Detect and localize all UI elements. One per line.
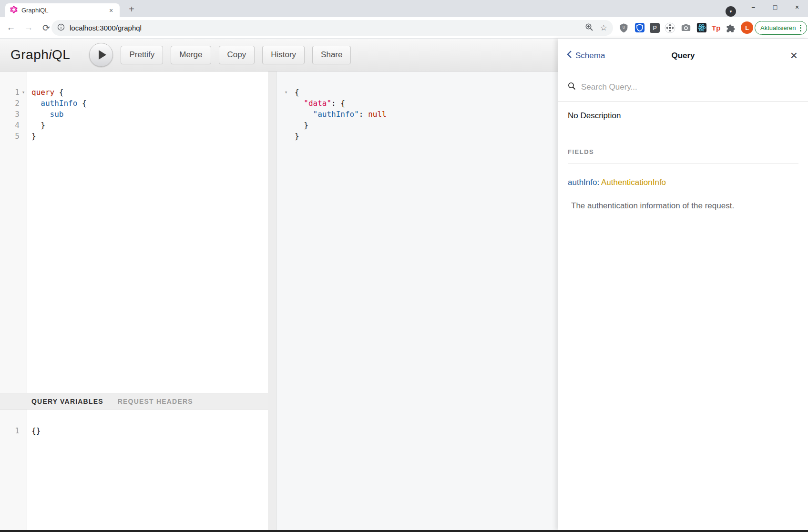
docs-close-icon[interactable]: × [790, 39, 798, 72]
tab-close-icon[interactable]: × [107, 7, 115, 14]
window-maximize-button[interactable]: □ [764, 0, 786, 14]
search-icon [568, 82, 576, 92]
fold-arrow-icon[interactable]: ▾ [282, 87, 290, 98]
code-text: authInfo { [27, 98, 87, 109]
doc-explorer-panel: Schema Query × No Description FIELDS aut… [558, 39, 808, 530]
variables-editor[interactable]: 1{} [0, 409, 268, 530]
bookmark-star-icon[interactable]: ☆ [600, 23, 607, 33]
info-icon[interactable] [57, 23, 65, 33]
gutter-cell: 4 [0, 120, 27, 131]
window-controls: − □ × [742, 0, 808, 14]
tp-extension-icon[interactable]: Tp [712, 24, 720, 32]
code-text: } [294, 131, 299, 142]
tab-query-variables[interactable]: QUERY VARIABLES [31, 398, 103, 405]
back-icon[interactable]: ← [6, 22, 16, 33]
line-number: 5 [0, 131, 20, 142]
line-number: 1 [0, 425, 20, 436]
tab-strip: GraphiQL × + ▾ − □ × [0, 0, 808, 17]
move-pad-icon[interactable] [665, 22, 675, 33]
menu-dots-icon[interactable] [800, 25, 801, 31]
gutter-cell: 2 [0, 98, 27, 109]
gutter-cell: ▾ [276, 87, 294, 98]
address-bar[interactable]: localhost:3000/graphql ☆ [51, 20, 613, 36]
tab-search-menu-icon[interactable]: ▾ [726, 6, 736, 17]
code-line: "data": { [276, 98, 558, 109]
react-devtools-icon[interactable] [696, 22, 707, 33]
zoom-icon[interactable] [585, 23, 593, 33]
code-line: ▾{ [276, 87, 558, 98]
line-number: 1 [0, 87, 20, 98]
fold-arrow-icon[interactable]: ▾ [20, 87, 27, 98]
gutter-cell [276, 109, 294, 120]
graphql-favicon-icon [10, 6, 18, 15]
code-text: sub [27, 109, 63, 120]
graphiql-logo: GraphiQL [10, 47, 70, 62]
camera-icon[interactable] [680, 22, 691, 33]
result-viewer[interactable]: ▾{ "data": { "authInfo": null }} [276, 72, 558, 530]
docs-search-row [558, 72, 808, 102]
execute-query-button[interactable] [89, 43, 113, 67]
update-chrome-button[interactable]: Aktualisieren [755, 21, 807, 35]
code-line: } [276, 131, 558, 142]
field-type-link[interactable]: AuthenticationInfo [601, 178, 666, 187]
puzzle-extensions-icon[interactable] [725, 22, 736, 33]
fold-spacer [20, 131, 27, 142]
code-line: 5} [0, 131, 268, 142]
gutter-cell [276, 120, 294, 131]
code-text: "authInfo": null [294, 109, 387, 120]
code-text: } [27, 131, 36, 142]
profile-avatar[interactable]: L [741, 21, 753, 34]
window-close-button[interactable]: × [786, 0, 808, 14]
code-line: 1▾query { [0, 87, 268, 98]
browser-toolbar: ← → ⟳ localhost:3000/graphql ☆ U P [0, 17, 808, 39]
history-button[interactable]: History [262, 46, 305, 64]
forward-icon: → [23, 22, 34, 33]
docs-search-input[interactable] [581, 82, 798, 92]
gutter-cell: 3 [0, 109, 27, 120]
svg-text:U: U [623, 26, 625, 29]
docs-title: Query [558, 39, 808, 72]
type-description: No Description [568, 111, 798, 121]
bitwarden-icon[interactable] [634, 22, 645, 33]
window-minimize-button[interactable]: − [742, 0, 764, 14]
line-number: 4 [0, 120, 20, 131]
fold-spacer [282, 120, 290, 131]
fold-spacer [20, 425, 27, 436]
reload-icon[interactable]: ⟳ [41, 22, 51, 33]
field-description: The authentication information of the re… [568, 201, 798, 211]
code-line: 2 authInfo { [0, 98, 268, 109]
fold-spacer [20, 98, 27, 109]
code-line: "authInfo": null [276, 109, 558, 120]
code-text: } [27, 120, 45, 131]
new-tab-button[interactable]: + [125, 2, 138, 16]
browser-tab[interactable]: GraphiQL × [5, 3, 120, 17]
tab-title: GraphiQL [21, 7, 107, 14]
line-number: 2 [0, 98, 20, 109]
gutter-cell: 1▾ [0, 87, 27, 98]
query-editor[interactable]: 1▾query {2 authInfo {3 sub4 }5} [0, 72, 268, 393]
code-line: 3 sub [0, 109, 268, 120]
merge-button[interactable]: Merge [171, 46, 211, 64]
code-text: {} [27, 425, 41, 436]
gutter-cell [276, 98, 294, 109]
graphiql-topbar: GraphiQL Prettify Merge Copy History Sha… [0, 39, 558, 72]
field-name-link[interactable]: authInfo [568, 178, 597, 187]
window-bottom-border [0, 530, 808, 532]
fields-section-label: FIELDS [568, 148, 798, 164]
field-entry: authInfo: AuthenticationInfo [568, 178, 798, 187]
prettify-button[interactable]: Prettify [121, 46, 163, 64]
code-text: query { [27, 87, 63, 98]
gutter-cell [276, 131, 294, 142]
share-button[interactable]: Share [312, 46, 351, 64]
ublock-shield-icon[interactable]: U [618, 22, 629, 33]
url-text[interactable]: localhost:3000/graphql [70, 24, 585, 32]
tab-request-headers[interactable]: REQUEST HEADERS [118, 398, 193, 405]
code-text: "data": { [294, 98, 345, 109]
extensions-row: U P Tp L [618, 17, 753, 38]
code-line: } [276, 120, 558, 131]
p-extension-icon[interactable]: P [650, 23, 660, 33]
pane-resize-divider[interactable] [268, 72, 276, 530]
code-line: 1{} [0, 425, 268, 436]
docs-body: No Description FIELDS authInfo: Authenti… [558, 111, 808, 211]
copy-button[interactable]: Copy [219, 46, 255, 64]
